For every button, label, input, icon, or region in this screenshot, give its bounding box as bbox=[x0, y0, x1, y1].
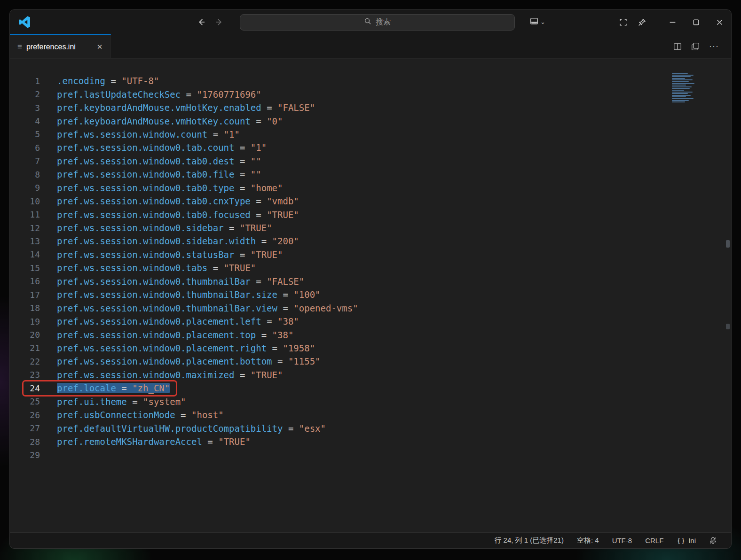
line-number[interactable]: 2 bbox=[10, 89, 57, 99]
code-line[interactable]: 12pref.ws.session.window0.sidebar = "TRU… bbox=[10, 221, 731, 234]
customize-layout-button[interactable]: ⌄ bbox=[527, 14, 548, 30]
line-number[interactable]: 14 bbox=[10, 249, 57, 259]
search-box[interactable]: 搜索 bbox=[240, 14, 515, 31]
line-number[interactable]: 16 bbox=[10, 276, 57, 286]
code-line[interactable]: 29 bbox=[10, 448, 731, 461]
tab-preferences-ini[interactable]: ≡ preferences.ini ✕ bbox=[10, 34, 111, 58]
language-label: Ini bbox=[688, 537, 696, 544]
line-number[interactable]: 10 bbox=[10, 196, 57, 206]
code-line[interactable]: 24pref.locale = "zh_CN" bbox=[10, 381, 731, 395]
line-ending[interactable]: CRLF bbox=[645, 537, 663, 544]
editor[interactable]: 1.encoding = "UTF-8"2pref.lastUpdateChec… bbox=[10, 59, 731, 532]
fullscreen-icon[interactable] bbox=[614, 10, 632, 34]
language-mode[interactable]: {} Ini bbox=[677, 537, 696, 544]
forward-arrow-icon[interactable] bbox=[212, 14, 228, 30]
code-line[interactable]: 13pref.ws.session.window0.sidebar.width … bbox=[10, 234, 731, 248]
line-number[interactable]: 3 bbox=[10, 103, 57, 113]
split-editor-icon[interactable] bbox=[673, 42, 682, 51]
line-number[interactable]: 6 bbox=[10, 143, 57, 153]
line-number[interactable]: 7 bbox=[10, 156, 57, 166]
code-line[interactable]: 2pref.lastUpdateCheckSec = "1760771696" bbox=[10, 87, 731, 101]
code-line[interactable]: 19pref.ws.session.window0.placement.left… bbox=[10, 315, 731, 328]
line-number[interactable]: 13 bbox=[10, 236, 57, 246]
tab-close-icon[interactable]: ✕ bbox=[95, 42, 105, 52]
line-number[interactable]: 26 bbox=[10, 410, 57, 420]
pin-icon[interactable] bbox=[632, 10, 651, 34]
chevron-down-icon: ⌄ bbox=[540, 20, 545, 24]
code-line[interactable]: 21pref.ws.session.window0.placement.righ… bbox=[10, 342, 731, 355]
open-changes-icon[interactable] bbox=[691, 42, 700, 51]
line-number[interactable]: 25 bbox=[10, 397, 57, 406]
editor-scrollbar[interactable] bbox=[725, 59, 731, 532]
code-line[interactable]: 8pref.ws.session.window0.tab0.file = "" bbox=[10, 168, 731, 181]
minimap-line bbox=[672, 95, 691, 96]
cursor-position[interactable]: 行 24, 列 1 (已选择21) bbox=[494, 536, 564, 545]
minimize-button[interactable] bbox=[661, 10, 684, 34]
minimap-line bbox=[672, 78, 685, 79]
code-line[interactable]: 11pref.ws.session.window0.tab0.focused =… bbox=[10, 208, 731, 221]
minimap[interactable] bbox=[672, 73, 697, 103]
code-text: pref.ws.session.window0.tab.count = "1" bbox=[57, 142, 267, 153]
line-number[interactable]: 28 bbox=[10, 437, 57, 447]
code-line[interactable]: 9pref.ws.session.window0.tab0.type = "ho… bbox=[10, 181, 731, 194]
code-text: pref.keyboardAndMouse.vmHotKey.enabled =… bbox=[57, 102, 315, 113]
vscode-logo-icon bbox=[18, 16, 31, 28]
more-actions-icon[interactable]: ··· bbox=[709, 41, 719, 51]
minimap-line bbox=[672, 93, 688, 94]
line-number[interactable]: 22 bbox=[10, 357, 57, 366]
code-line[interactable]: 26pref.usbConnectionMode = "host" bbox=[10, 408, 731, 421]
notifications-muted-icon[interactable] bbox=[709, 537, 717, 544]
line-number[interactable]: 20 bbox=[10, 330, 57, 340]
line-number[interactable]: 23 bbox=[10, 370, 57, 380]
line-number[interactable]: 15 bbox=[10, 263, 57, 273]
line-number[interactable]: 12 bbox=[10, 223, 57, 233]
code-line[interactable]: 18pref.ws.session.window0.thumbnailBar.v… bbox=[10, 301, 731, 314]
code-text: pref.ws.session.window0.tab0.cnxType = "… bbox=[57, 196, 299, 206]
code-line[interactable]: 23pref.ws.session.window0.maximized = "T… bbox=[10, 368, 731, 381]
back-arrow-icon[interactable] bbox=[193, 14, 209, 30]
line-number[interactable]: 21 bbox=[10, 343, 57, 353]
line-number[interactable]: 24 bbox=[10, 383, 57, 393]
code-line[interactable]: 6pref.ws.session.window0.tab.count = "1" bbox=[10, 141, 731, 154]
code-line[interactable]: 16pref.ws.session.window0.thumbnailBar =… bbox=[10, 275, 731, 288]
code-line[interactable]: 1.encoding = "UTF-8" bbox=[10, 74, 731, 87]
code-line[interactable]: 4pref.keyboardAndMouse.vmHotKey.count = … bbox=[10, 114, 731, 127]
code-line[interactable]: 20pref.ws.session.window0.placement.top … bbox=[10, 328, 731, 341]
line-number[interactable]: 1 bbox=[10, 76, 57, 86]
minimap-line bbox=[672, 79, 693, 80]
line-number[interactable]: 4 bbox=[10, 116, 57, 126]
code-line[interactable]: 27pref.defaultVirtualHW.productCompatibi… bbox=[10, 421, 731, 435]
minimap-line bbox=[672, 76, 691, 77]
code-line[interactable]: 22pref.ws.session.window0.placement.bott… bbox=[10, 355, 731, 368]
code-line[interactable]: 3pref.keyboardAndMouse.vmHotKey.enabled … bbox=[10, 101, 731, 114]
line-number[interactable]: 17 bbox=[10, 290, 57, 300]
line-number[interactable]: 29 bbox=[10, 450, 57, 460]
code-line[interactable]: 7pref.ws.session.window0.tab0.dest = "" bbox=[10, 155, 731, 168]
code-line[interactable]: 10pref.ws.session.window0.tab0.cnxType =… bbox=[10, 194, 731, 208]
code-text: pref.ui.theme = "system" bbox=[57, 397, 186, 407]
line-number[interactable]: 19 bbox=[10, 317, 57, 327]
minimap-line bbox=[672, 81, 689, 82]
code-line[interactable]: 14pref.ws.session.window0.statusBar = "T… bbox=[10, 248, 731, 261]
line-number[interactable]: 5 bbox=[10, 129, 57, 139]
line-number[interactable]: 18 bbox=[10, 303, 57, 313]
close-button[interactable] bbox=[708, 10, 731, 34]
maximize-button[interactable] bbox=[684, 10, 708, 34]
code-text: pref.ws.session.window0.placement.right … bbox=[57, 343, 315, 353]
code-line[interactable]: 25pref.ui.theme = "system" bbox=[10, 395, 731, 408]
code-line[interactable]: 5pref.ws.session.window.count = "1" bbox=[10, 128, 731, 141]
code-line[interactable]: 28pref.remoteMKSHardwareAccel = "TRUE" bbox=[10, 435, 731, 448]
code-area[interactable]: 1.encoding = "UTF-8"2pref.lastUpdateChec… bbox=[10, 59, 731, 532]
line-number[interactable]: 27 bbox=[10, 423, 57, 433]
line-number[interactable]: 9 bbox=[10, 183, 57, 193]
line-number[interactable]: 11 bbox=[10, 210, 57, 219]
tab-bar: ≡ preferences.ini ✕ ··· bbox=[10, 34, 731, 59]
code-text: pref.ws.session.window0.placement.top = … bbox=[57, 330, 293, 340]
line-number[interactable]: 8 bbox=[10, 170, 57, 179]
code-line[interactable]: 15pref.ws.session.window0.tabs = "TRUE" bbox=[10, 261, 731, 274]
indentation-setting[interactable]: 空格: 4 bbox=[577, 536, 599, 545]
file-encoding[interactable]: UTF-8 bbox=[612, 537, 632, 544]
ini-file-icon: ≡ bbox=[17, 43, 22, 51]
code-line[interactable]: 17pref.ws.session.window0.thumbnailBar.s… bbox=[10, 288, 731, 301]
code-text: pref.ws.session.window0.tab0.type = "hom… bbox=[57, 183, 283, 193]
